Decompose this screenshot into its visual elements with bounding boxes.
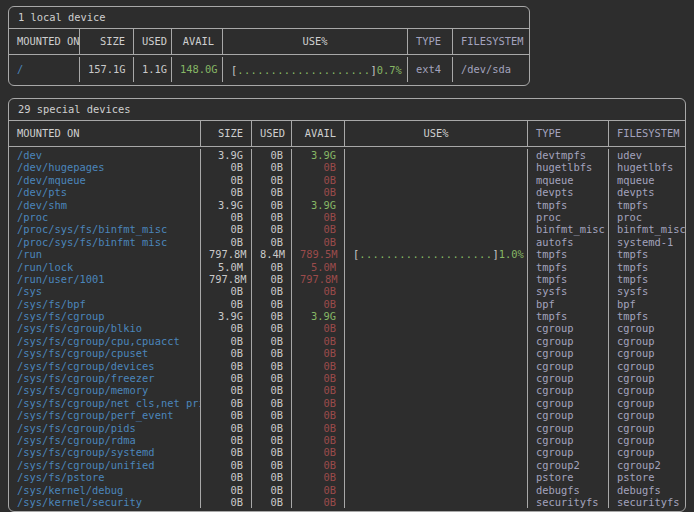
usage-cell: [345, 149, 528, 161]
avail-value: 0B: [292, 459, 345, 471]
usage-percent: 1.0%: [499, 248, 524, 260]
table-row: /dev 3.9G 0B 3.9G devtmpfs udev: [9, 149, 685, 161]
mounted-on-value: /sys: [9, 285, 201, 297]
mounted-on-value: /sys/fs/cgroup/rdma: [9, 434, 201, 446]
filesystem-value: debugfs: [609, 484, 685, 496]
type-value: tmpfs: [528, 310, 609, 322]
type-value: proc: [528, 211, 609, 223]
used-value: 0B: [252, 434, 292, 446]
type-value: cgroup: [528, 422, 609, 434]
used-value: 0B: [252, 322, 292, 334]
type-value: cgroup: [528, 322, 609, 334]
size-value: 0B: [201, 186, 252, 198]
filesystem-value: udev: [609, 149, 685, 161]
type-value: tmpfs: [528, 248, 609, 260]
used-value: 0B: [252, 397, 292, 409]
size-value: 0B: [201, 223, 252, 235]
table-row: /sys/fs/cgroup/devices 0B 0B 0B cgroup c…: [9, 360, 685, 372]
table-row: /proc 0B 0B 0B proc proc: [9, 211, 685, 223]
size-value: 0B: [201, 496, 252, 508]
header-avail: AVAIL: [172, 29, 223, 54]
table-row: /sys/kernel/security 0B 0B 0B securityfs…: [9, 496, 685, 508]
size-value: 0B: [201, 298, 252, 310]
header-size: SIZE: [201, 121, 252, 146]
filesystem-value: cgroup: [609, 409, 685, 421]
header-use-pct: USE%: [223, 29, 408, 54]
avail-value: 0B: [292, 471, 345, 483]
table-row: /sys/kernel/debug 0B 0B 0B debugfs debug…: [9, 484, 685, 496]
mounted-on-value: /proc/sys/fs/binfmt_misc: [9, 223, 201, 235]
mounted-on-value: /sys/fs/bpf: [9, 298, 201, 310]
type-value: tmpfs: [528, 273, 609, 285]
used-value: 0B: [252, 384, 292, 396]
local-devices-table: 1 local device MOUNTED ON SIZE USED AVAI…: [8, 6, 530, 86]
used-value: 0B: [252, 285, 292, 297]
size-value: 0B: [201, 174, 252, 186]
size-value: 0B: [201, 471, 252, 483]
table-row: /sys/fs/cgroup/net_cls,net_prio 0B 0B 0B…: [9, 397, 685, 409]
size-value: 0B: [201, 285, 252, 297]
usage-cell: [345, 236, 528, 248]
usage-cell: [345, 384, 528, 396]
filesystem-value: cgroup: [609, 335, 685, 347]
used-value: 0B: [252, 422, 292, 434]
used-value: 0B: [252, 236, 292, 248]
filesystem-value: tmpfs: [609, 261, 685, 273]
used-value: 0B: [252, 273, 292, 285]
table-row: /run 797.8M 8.4M 789.5M [...............…: [9, 248, 685, 260]
usage-cell: [345, 347, 528, 359]
size-value: 0B: [201, 434, 252, 446]
special-table-title: 29 special devices: [9, 99, 685, 121]
type-value: autofs: [528, 236, 609, 248]
type-value: tmpfs: [528, 261, 609, 273]
mounted-on-value: /sys/fs/cgroup: [9, 310, 201, 322]
filesystem-value: cgroup: [609, 360, 685, 372]
filesystem-value: systemd-1: [609, 236, 685, 248]
table-row: /dev/pts 0B 0B 0B devpts devpts: [9, 186, 685, 198]
size-value: 0B: [201, 161, 252, 173]
avail-value: 0B: [292, 360, 345, 372]
used-value: 8.4M: [252, 248, 292, 260]
table-row: /proc/sys/fs/binfmt_misc 0B 0B 0B autofs…: [9, 236, 685, 248]
avail-value: 0B: [292, 174, 345, 186]
mounted-on-value: /sys/fs/pstore: [9, 471, 201, 483]
special-table-header-row: MOUNTED ON SIZE USED AVAIL USE% TYPE FIL…: [9, 121, 685, 147]
table-row: /sys/fs/cgroup/pids 0B 0B 0B cgroup cgro…: [9, 422, 685, 434]
used-value: 0B: [252, 409, 292, 421]
table-row: / 157.1G 1.1G 148.0G [..................…: [9, 57, 529, 82]
mounted-on-value: /sys/fs/cgroup/net_cls,net_prio: [9, 397, 201, 409]
usage-cell: [345, 310, 528, 322]
used-value: 0B: [252, 223, 292, 235]
avail-value: 0B: [292, 285, 345, 297]
special-devices-table: 29 special devices MOUNTED ON SIZE USED …: [8, 98, 686, 512]
size-value: 0B: [201, 360, 252, 372]
mounted-on-value: /sys/kernel/security: [9, 496, 201, 508]
filesystem-value: binfmt_misc: [609, 223, 685, 235]
avail-value: 0B: [292, 186, 345, 198]
mounted-on-value: /dev: [9, 149, 201, 161]
size-value: 3.9G: [201, 310, 252, 322]
filesystem-value: /dev/sda: [453, 57, 529, 82]
avail-value: 0B: [292, 236, 345, 248]
table-row: /run/lock 5.0M 0B 5.0M tmpfs tmpfs: [9, 261, 685, 273]
filesystem-value: bpf: [609, 298, 685, 310]
usage-cell: [345, 161, 528, 173]
used-value: 0B: [252, 496, 292, 508]
filesystem-value: cgroup: [609, 446, 685, 458]
mounted-on-value: /: [9, 57, 80, 82]
usage-cell: [345, 397, 528, 409]
avail-value: 0B: [292, 161, 345, 173]
usage-cell: [345, 273, 528, 285]
usage-percent: 0.7%: [377, 58, 402, 82]
mounted-on-value: /dev/hugepages: [9, 161, 201, 173]
size-value: 0B: [201, 409, 252, 421]
mounted-on-value: /proc: [9, 211, 201, 223]
header-avail: AVAIL: [292, 121, 345, 146]
type-value: binfmt_misc: [528, 223, 609, 235]
avail-value: 3.9G: [292, 199, 345, 211]
usage-cell: [....................] 0.7%: [223, 57, 408, 82]
table-row: /sys/fs/cgroup/memory 0B 0B 0B cgroup cg…: [9, 384, 685, 396]
mounted-on-value: /dev/shm: [9, 199, 201, 211]
table-row: /sys/fs/cgroup/systemd 0B 0B 0B cgroup c…: [9, 446, 685, 458]
mounted-on-value: /run/user/1001: [9, 273, 201, 285]
